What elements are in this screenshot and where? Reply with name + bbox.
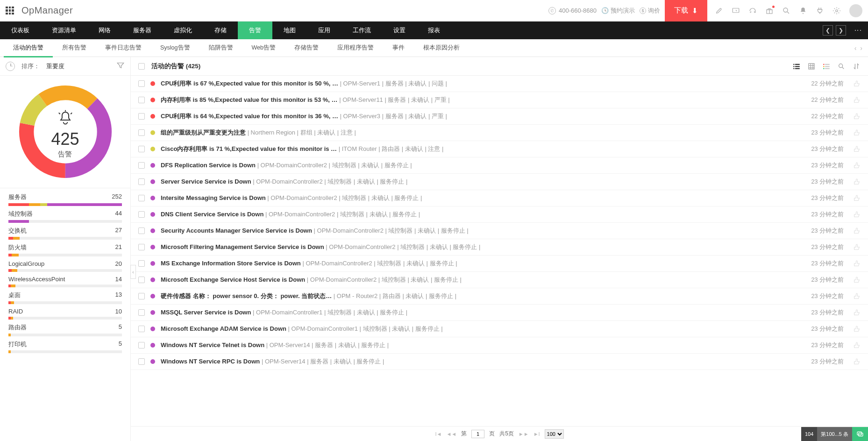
alert-row[interactable]: Microsoft Exchange ADAM Service is Down … (131, 321, 868, 337)
view-color-list-icon[interactable] (822, 62, 831, 71)
mainnav-item[interactable]: 服务器 (122, 21, 163, 39)
sort-value[interactable]: 重要度 (46, 62, 64, 71)
subnav-item[interactable]: Web告警 (242, 39, 285, 57)
thumbs-up-icon[interactable] (853, 80, 861, 87)
clock-icon[interactable] (6, 62, 15, 71)
badge-chat-icon[interactable] (852, 427, 868, 441)
nav-prev-button[interactable]: ❮ (823, 25, 833, 36)
apps-grid-icon[interactable] (6, 7, 14, 15)
category-item[interactable]: 防火墙21 (0, 241, 130, 257)
subnav-item[interactable]: 事件 (383, 39, 414, 57)
subnav-item[interactable]: Syslog告警 (151, 39, 199, 57)
row-checkbox[interactable] (138, 162, 145, 169)
thumbs-up-icon[interactable] (853, 243, 861, 251)
row-checkbox[interactable] (138, 358, 145, 365)
plug-icon[interactable] (816, 7, 824, 15)
demo-link[interactable]: 🕓预约演示 (601, 7, 635, 15)
alert-row[interactable]: CPU利用率 is 64 %,Expected value for this m… (131, 108, 868, 125)
subnav-item[interactable]: 活动的告警 (4, 39, 53, 57)
alert-row[interactable]: Cisco内存利用率 is 71 %,Expected value for th… (131, 141, 868, 157)
alert-row[interactable]: Windows NT Service Telnet is Down | OPM-… (131, 337, 868, 354)
alert-row[interactable]: Windows NT Service RPC is Down | OPM-Ser… (131, 354, 868, 370)
nav-next-button[interactable]: ❯ (836, 25, 846, 36)
user-avatar[interactable] (849, 4, 862, 17)
row-checkbox[interactable] (138, 277, 145, 283)
mainnav-item[interactable]: 资源清单 (41, 21, 87, 39)
mainnav-item[interactable]: 设置 (382, 21, 417, 39)
row-checkbox[interactable] (138, 260, 145, 267)
monitor-icon[interactable] (732, 7, 740, 15)
alert-row[interactable]: DNS Client Service Service is Down | OPM… (131, 206, 868, 223)
list-search-icon[interactable] (837, 62, 846, 71)
alert-row[interactable]: Security Accounts Manager Service Servic… (131, 223, 868, 239)
gear-icon[interactable] (832, 7, 841, 15)
mainnav-item[interactable]: 地图 (272, 21, 307, 39)
row-checkbox[interactable] (138, 342, 145, 349)
mainnav-item[interactable]: 仪表板 (0, 21, 41, 39)
thumbs-up-icon[interactable] (853, 178, 861, 185)
category-item[interactable]: 路由器5 (0, 320, 130, 337)
category-item[interactable]: LogicalGroup20 (0, 257, 130, 273)
subnav-item[interactable]: 事件日志告警 (96, 39, 151, 57)
alert-row[interactable]: MSSQL Server Service is Down | OPM-Domai… (131, 305, 868, 321)
subnav-prev-icon[interactable]: ‹ (853, 44, 859, 52)
row-checkbox[interactable] (138, 293, 145, 299)
row-checkbox[interactable] (138, 326, 145, 332)
select-all-checkbox[interactable] (138, 63, 145, 70)
pager-next-icon[interactable]: ►► (519, 431, 529, 437)
alert-row[interactable]: Microsoft Filtering Management Service S… (131, 239, 868, 256)
category-item[interactable]: WirelessAccessPoint14 (0, 273, 130, 288)
gift-icon[interactable] (765, 7, 774, 15)
thumbs-up-icon[interactable] (853, 96, 861, 104)
subnav-item[interactable]: 所有告警 (53, 39, 96, 57)
headset-icon[interactable] (748, 7, 757, 15)
sidebar-collapse-button[interactable]: ‹ (130, 265, 136, 279)
row-checkbox[interactable] (138, 146, 145, 152)
subnav-item[interactable]: 存储告警 (285, 39, 328, 57)
pager-page-input[interactable] (471, 430, 484, 438)
mainnav-item[interactable]: 告警 (238, 21, 272, 39)
subnav-item[interactable]: 应用程序告警 (328, 39, 383, 57)
row-checkbox[interactable] (138, 309, 145, 316)
sort-toggle-icon[interactable] (852, 62, 861, 71)
alert-row[interactable]: 内存利用率 is 85 %,Expected value for this mo… (131, 92, 868, 108)
row-checkbox[interactable] (138, 129, 145, 136)
thumbs-up-icon[interactable] (853, 129, 861, 136)
thumbs-up-icon[interactable] (853, 211, 861, 218)
row-checkbox[interactable] (138, 244, 145, 250)
thumbs-up-icon[interactable] (853, 358, 861, 365)
pager-size-select[interactable]: 100 (545, 429, 564, 439)
mainnav-item[interactable]: 网络 (87, 21, 122, 39)
thumbs-up-icon[interactable] (853, 325, 861, 333)
thumbs-up-icon[interactable] (853, 341, 861, 349)
row-checkbox[interactable] (138, 178, 145, 185)
row-checkbox[interactable] (138, 113, 145, 120)
category-item[interactable]: 桌面13 (0, 288, 130, 305)
row-checkbox[interactable] (138, 228, 145, 234)
badge-count[interactable]: 104 (801, 427, 817, 441)
row-checkbox[interactable] (138, 211, 145, 218)
thumbs-up-icon[interactable] (853, 276, 861, 284)
thumbs-up-icon[interactable] (853, 162, 861, 169)
filter-icon[interactable] (116, 61, 125, 71)
thumbs-up-icon[interactable] (853, 113, 861, 120)
mainnav-item[interactable]: 存储 (203, 21, 238, 39)
alert-row[interactable]: 组的严重级别从严重变更为注意 | Northern Region | 群组 | … (131, 125, 868, 141)
alert-row[interactable]: MS Exchange Information Store Service is… (131, 256, 868, 272)
pager-first-icon[interactable]: I◄ (435, 431, 441, 437)
thumbs-up-icon[interactable] (853, 260, 861, 267)
badge-range[interactable]: 第100...5 条 (817, 427, 852, 441)
thumbs-up-icon[interactable] (853, 292, 861, 300)
row-checkbox[interactable] (138, 80, 145, 87)
nav-more-icon[interactable]: ⋮ (854, 27, 862, 34)
mainnav-item[interactable]: 工作流 (342, 21, 382, 39)
mainnav-item[interactable]: 报表 (417, 21, 451, 39)
category-item[interactable]: 服务器252 (0, 190, 130, 207)
view-list-icon[interactable] (792, 62, 801, 71)
thumbs-up-icon[interactable] (853, 145, 861, 153)
mainnav-item[interactable]: 虚拟化 (163, 21, 203, 39)
inquiry-link[interactable]: $询价 (640, 7, 660, 15)
thumbs-up-icon[interactable] (853, 309, 861, 316)
pager-last-icon[interactable]: ►I (534, 431, 540, 437)
pager-prev-icon[interactable]: ◄◄ (446, 431, 456, 437)
